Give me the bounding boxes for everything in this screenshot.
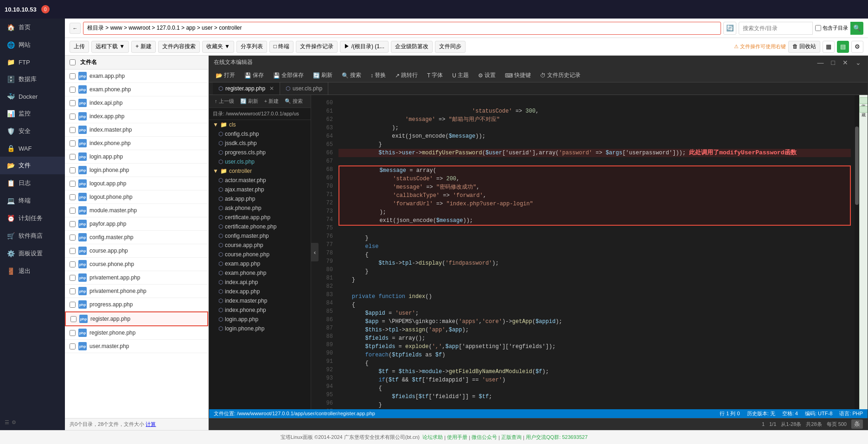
- tree-file-ajax[interactable]: ⬡ ajax.master.php: [209, 185, 311, 194]
- tree-folder-cls[interactable]: ▼ 📁 cls: [209, 120, 311, 129]
- file-search-button[interactable]: 文件内容搜索: [158, 41, 200, 53]
- path-input[interactable]: [83, 22, 721, 35]
- file-checkbox[interactable]: [70, 140, 76, 146]
- file-checkbox[interactable]: [70, 221, 76, 227]
- editor-scrollbar[interactable]: [855, 95, 859, 409]
- right-panel-btn-1[interactable]: 收: [859, 97, 868, 104]
- sidebar-item-panel[interactable]: ⚙️ 面板设置: [0, 245, 65, 262]
- file-checkbox[interactable]: [70, 330, 76, 336]
- maximize-button[interactable]: □: [830, 59, 837, 66]
- file-checkbox[interactable]: [70, 261, 76, 267]
- search-subdirs-checkbox[interactable]: [815, 25, 821, 31]
- official-link[interactable]: 正版查询: [501, 434, 522, 441]
- tree-up-button[interactable]: ↑ 上一级: [213, 97, 236, 105]
- file-checkbox[interactable]: [70, 73, 76, 79]
- right-panel-btn-2[interactable]: 藏: [859, 106, 868, 113]
- search-button[interactable]: 🔍: [850, 22, 863, 35]
- file-checkbox[interactable]: [70, 208, 76, 214]
- tree-file-index-app[interactable]: ⬡ index.app.php: [209, 287, 311, 296]
- file-checkbox[interactable]: [70, 316, 77, 322]
- tree-file-ask-phone[interactable]: ⬡ ask.phone.php: [209, 203, 311, 213]
- qq-group-link[interactable]: 用户交流QQ群: 523693527: [526, 434, 587, 441]
- minimize-button[interactable]: —: [816, 59, 826, 66]
- tree-file-course-phone[interactable]: ⬡ course.phone.php: [209, 250, 311, 259]
- tree-refresh-button[interactable]: 🔄 刷新: [238, 97, 260, 105]
- tree-file-login-app[interactable]: ⬡ login.app.php: [209, 315, 311, 324]
- sidebar-item-waf[interactable]: 🔒 WAF: [0, 140, 65, 157]
- list-item[interactable]: php logout.phone.php: [65, 190, 208, 204]
- list-item[interactable]: php course.app.php: [65, 244, 208, 258]
- forum-link[interactable]: 论坛求助: [422, 434, 443, 441]
- terminal-button[interactable]: □ 终端: [269, 41, 294, 53]
- list-item[interactable]: php index.phone.php: [65, 137, 208, 150]
- tree-file-config-master[interactable]: ⬡ config.master.php: [209, 231, 311, 241]
- sidebar-item-website[interactable]: 🌐 网站: [0, 36, 65, 54]
- remote-download-button[interactable]: 远程下载 ▼: [91, 41, 129, 53]
- file-checkbox[interactable]: [70, 181, 76, 187]
- enterprise-button[interactable]: 企业级防篡改: [391, 41, 433, 53]
- file-checkbox[interactable]: [70, 275, 76, 281]
- tree-file-course-app[interactable]: ⬡ course.app.php: [209, 241, 311, 250]
- tree-search-button[interactable]: 🔍 搜索: [283, 97, 305, 105]
- theme-button[interactable]: U 主题: [449, 70, 472, 80]
- sidebar-item-monitor[interactable]: 📊 监控: [0, 105, 65, 122]
- save-all-button[interactable]: 💾 全部保存: [270, 70, 306, 80]
- expand-button[interactable]: ⌄: [854, 59, 863, 66]
- editor-scroll-thumb[interactable]: [855, 127, 859, 205]
- tree-new-button[interactable]: + 新建: [262, 97, 281, 105]
- history-button[interactable]: ⏱ 文件历史记录: [537, 70, 583, 80]
- refresh-editor-button[interactable]: 🔄 刷新: [310, 70, 335, 80]
- sidebar-menu-icon[interactable]: ☰: [5, 419, 9, 425]
- list-item[interactable]: php config.master.php: [65, 231, 208, 244]
- collapse-tree-button[interactable]: ‹: [311, 243, 319, 261]
- code-content[interactable]: 'statusCode' => 300, 'message' => "邮箱与用户…: [335, 95, 855, 409]
- list-item[interactable]: php privatement.phone.php: [65, 285, 208, 298]
- list-item[interactable]: php course.phone.php: [65, 258, 208, 271]
- tree-file-login-phone[interactable]: ⬡ login.phone.php: [209, 324, 311, 333]
- shortcuts-button[interactable]: ⌨ 快捷键: [502, 70, 534, 80]
- file-checkbox[interactable]: [70, 100, 76, 106]
- font-button[interactable]: T 字体: [424, 70, 446, 80]
- list-item[interactable]: php register.phone.php: [65, 326, 208, 340]
- tree-file-certificate-app[interactable]: ⬡ certificate.app.php: [209, 213, 311, 222]
- open-button[interactable]: 📂 打开: [213, 70, 238, 80]
- file-ops-button[interactable]: 文件操作记录: [296, 41, 338, 53]
- tree-file-progress-cls[interactable]: ⬡ progress.cls.php: [209, 148, 311, 157]
- tree-file-jssdk[interactable]: ⬡ jssdk.cls.php: [209, 139, 311, 148]
- sidebar-item-software[interactable]: 🛒 软件商店: [0, 227, 65, 245]
- select-all-checkbox[interactable]: [70, 59, 76, 65]
- grid-view-2-button[interactable]: ▤: [837, 41, 849, 53]
- new-button[interactable]: + 新建: [131, 41, 155, 53]
- file-checkbox[interactable]: [70, 114, 76, 120]
- list-item[interactable]: php privatement.app.php: [65, 271, 208, 285]
- sidebar-item-security[interactable]: 🛡️ 安全: [0, 122, 65, 140]
- sidebar-item-terminal[interactable]: 💻 终端: [0, 192, 65, 209]
- file-checkbox[interactable]: [70, 127, 76, 133]
- save-button[interactable]: 💾 保存: [242, 70, 267, 80]
- tree-file-actor[interactable]: ⬡ actor.master.php: [209, 176, 311, 185]
- tree-file-exam-phone[interactable]: ⬡ exam.phone.php: [209, 268, 311, 278]
- tab-close-register[interactable]: ✕: [269, 85, 274, 92]
- sidebar-item-ftp[interactable]: 📁 FTP: [0, 54, 65, 70]
- file-checkbox[interactable]: [70, 343, 76, 349]
- close-button[interactable]: ✕: [841, 59, 850, 66]
- root-dir-button[interactable]: ▶ /(根目录) (1...: [340, 41, 389, 53]
- list-item[interactable]: php payfor.app.php: [65, 217, 208, 231]
- sidebar-item-home[interactable]: 🏠 首页: [0, 19, 65, 36]
- tree-file-user-cls[interactable]: ⬡ user.cls.php: [209, 157, 311, 166]
- manual-link[interactable]: 使用手册: [447, 434, 467, 441]
- search-editor-button[interactable]: 🔍 搜索: [339, 70, 364, 80]
- list-item[interactable]: php index.api.php: [65, 96, 208, 110]
- sidebar-item-docker[interactable]: 🐳 Docker: [0, 88, 65, 105]
- list-item[interactable]: php index.app.php: [65, 110, 208, 123]
- file-checkbox[interactable]: [70, 235, 76, 241]
- settings-editor-button[interactable]: ⚙ 设置: [475, 70, 498, 80]
- replace-button[interactable]: ↕ 替换: [368, 70, 389, 80]
- toolbar-settings-button[interactable]: ⚙: [851, 41, 863, 53]
- list-item[interactable]: php login.phone.php: [65, 164, 208, 177]
- goto-button[interactable]: ↗ 跳转行: [392, 70, 421, 80]
- tree-file-index-master[interactable]: ⬡ index.master.php: [209, 296, 311, 305]
- pagination-confirm-button[interactable]: 条: [851, 419, 863, 429]
- list-item[interactable]: php user.master.php: [65, 340, 208, 353]
- search-input[interactable]: [739, 22, 813, 35]
